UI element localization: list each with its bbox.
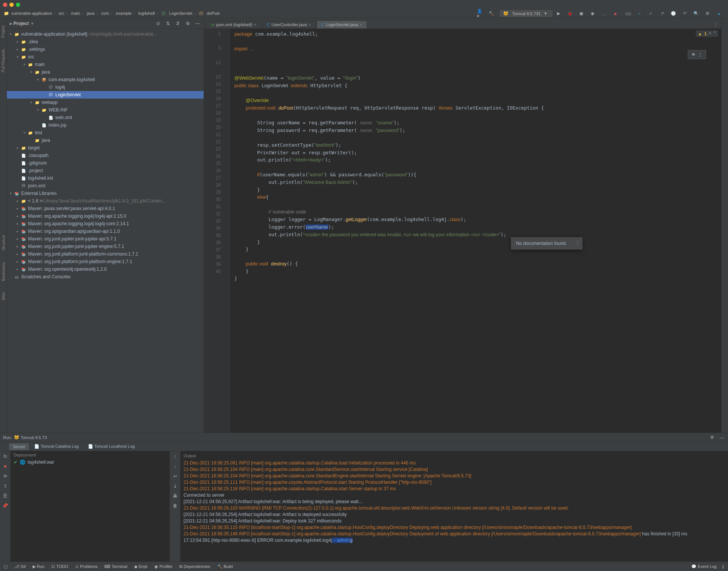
tree-node[interactable]: ▾📁webapp [7, 99, 204, 106]
web-tool-button[interactable]: Web [2, 292, 6, 300]
vcs-push-icon[interactable]: ↗ [659, 11, 665, 17]
tree-node[interactable]: 📄log4shell.iml [7, 174, 204, 182]
line-number-gutter[interactable]: 1311131415161718192021222324252627282930… [204, 29, 223, 433]
minimize-window-icon[interactable] [9, 3, 14, 7]
deployment-artifact[interactable]: ✔ 🌐 log4shell:war [11, 459, 169, 466]
tree-node[interactable]: 📄index.jsp [7, 121, 204, 129]
deploy-icon[interactable]: ⇪ [2, 483, 8, 489]
print-icon[interactable]: 🖶 [172, 493, 178, 499]
editor-tab[interactable]: CLoginServlet.java× [317, 20, 367, 28]
tree-node[interactable]: 📄.project [7, 167, 204, 174]
tree-node[interactable]: ▸📁target [7, 144, 204, 152]
coverage-icon[interactable]: ▣ [578, 11, 584, 17]
run-tool-button[interactable]: ▶ Run [33, 564, 44, 569]
tree-node[interactable]: ▸📚Maven: org.junit.platform:junit-platfo… [7, 258, 204, 265]
close-window-icon[interactable] [3, 3, 7, 7]
tree-node[interactable]: ▾📁src [7, 53, 204, 61]
bookmarks-tool-button[interactable]: Bookmarks [2, 262, 6, 281]
tree-node[interactable]: ▾📁WEB-INF [7, 106, 204, 114]
maximize-window-icon[interactable] [16, 3, 20, 7]
snyk-tool-button[interactable]: ◆ Snyk [134, 564, 148, 569]
chevron-down-icon[interactable]: ▾ [31, 21, 33, 26]
tree-node[interactable]: ▾📁vulnerable-application [log4shell] ~/s… [7, 30, 204, 38]
update-icon[interactable]: ⟳ [2, 473, 8, 479]
event-log-button[interactable]: 💬 Event Log [691, 564, 717, 569]
editor-tab[interactable]: mpom.xml (log4shell)× [206, 20, 261, 28]
attach-icon[interactable]: … [601, 11, 607, 17]
run-sub-tabs[interactable]: Server📄 Tomcat Catalina Log📄 Tomcat Loca… [0, 442, 728, 451]
build-icon[interactable]: 🔨 [488, 11, 494, 17]
tree-node[interactable]: ▸📁< 1.8 > /Library/Java/JavaVirtualMachi… [7, 197, 204, 205]
tab-list-icon[interactable]: ⋮ [711, 20, 721, 28]
editor-tabs[interactable]: mpom.xml (log4shell)×CUserController.jav… [204, 18, 721, 29]
down-icon[interactable]: ↓ [172, 463, 178, 469]
stop-icon[interactable]: ■ [2, 463, 8, 469]
tree-node[interactable]: 📄.classpath [7, 152, 204, 159]
settings-icon[interactable]: ⚙ [704, 11, 711, 17]
snyk-icon[interactable]: ● [716, 11, 722, 17]
tree-node[interactable]: ▾📁java [7, 68, 204, 76]
tree-node[interactable]: ▾📚External Libraries [7, 190, 204, 197]
run-sub-tab[interactable]: 📄 Tomcat Localhost Log [84, 443, 139, 450]
console-output[interactable]: Output 21-Dec-2021 16:56:25.081 INFO [ma… [180, 451, 728, 562]
tree-node[interactable]: ▸📚Maven: org.junit.platform:junit-platfo… [7, 250, 204, 258]
tree-node[interactable]: ▸📁.settings [7, 45, 204, 53]
tree-node[interactable]: 📄web.xml [7, 114, 204, 121]
hide-icon[interactable]: — [719, 435, 725, 441]
memory-indicator[interactable]: ▯ [722, 564, 724, 569]
popup-menu-icon[interactable]: ⋮ [575, 240, 580, 245]
stop-icon[interactable]: ■ [612, 11, 618, 17]
settings-icon[interactable]: ⚙ [709, 435, 715, 441]
icon-gutter[interactable] [223, 29, 231, 433]
pin-icon[interactable]: 📌 [2, 503, 8, 509]
breadcrumb[interactable]: vulnerable-application › src › main › ja… [11, 11, 220, 16]
expand-all-icon[interactable]: ⇅ [165, 20, 171, 27]
structure-tool-button[interactable]: Structure [2, 235, 6, 251]
tree-node[interactable]: ▸📚Maven: org.apiguardian:apiguardian-api… [7, 227, 204, 235]
rerun-icon[interactable]: ↻ [2, 453, 8, 460]
soft-wrap-icon[interactable]: ↩ [172, 473, 178, 479]
tree-node[interactable]: ▾📦com.example.log4shell [7, 76, 204, 83]
tree-node[interactable]: ⒸLoginServlet [7, 91, 204, 99]
vcs-history-icon[interactable]: 🕑 [670, 11, 676, 17]
debug-icon[interactable]: 🐞 [567, 11, 573, 17]
close-icon[interactable]: ⋮ [698, 52, 703, 57]
tree-node[interactable]: ▸📚Maven: org.apache.logging.log4j:log4j-… [7, 220, 204, 227]
terminal-tool-button[interactable]: ⌨ Terminal [104, 564, 127, 569]
vcs-update-icon[interactable]: ✓ [636, 11, 642, 17]
tree-node[interactable]: ⓜpom.xml [7, 182, 204, 190]
tree-node[interactable]: ▸📚Maven: org.opentest4j:opentest4j:1.2.0 [7, 265, 204, 273]
profiler-tool-button[interactable]: ◉ Profiler [154, 564, 173, 569]
tree-node[interactable]: ▸📚Maven: javax.servlet:javax.servlet-api… [7, 205, 204, 212]
code-editor[interactable]: package com.example.log4shell; import ..… [231, 29, 721, 433]
run-sub-tab[interactable]: 📄 Tomcat Catalina Log [30, 443, 82, 450]
editor-tab[interactable]: CUserController.java× [262, 20, 316, 28]
pull-requests-tool-button[interactable]: Pull Requests [1, 49, 5, 72]
run-sub-tab[interactable]: Server [9, 443, 29, 450]
tree-node[interactable]: 📄.gitignore [7, 159, 204, 167]
close-tab-icon[interactable]: × [308, 22, 311, 27]
up-icon[interactable]: ↑ [172, 453, 178, 460]
collapse-all-icon[interactable]: ⇵ [175, 20, 181, 27]
layout-icon[interactable]: ☰ [2, 493, 8, 499]
problems-tool-button[interactable]: ⚠ Problems [75, 564, 98, 569]
tree-node[interactable]: 🗂Scratches and Consoles [7, 273, 204, 281]
clear-icon[interactable]: 🗑 [172, 503, 178, 509]
tree-node[interactable]: ▸📁.idea [7, 38, 204, 45]
tree-node[interactable]: ▸📚Maven: org.junit.jupiter:junit-jupiter… [7, 243, 204, 250]
profiler-icon[interactable]: ◉ [590, 11, 596, 17]
window-controls[interactable] [3, 3, 20, 7]
hide-icon[interactable]: — [195, 20, 201, 27]
close-tab-icon[interactable]: × [254, 22, 256, 27]
run-icon[interactable]: ▶ [555, 11, 562, 17]
user-icon[interactable]: 👤▾ [477, 11, 483, 17]
tree-node[interactable]: ▸📚Maven: org.junit.jupiter:junit-jupiter… [7, 235, 204, 243]
settings-icon[interactable]: ⚙ [185, 20, 191, 27]
tree-node[interactable]: ▸📚Maven: org.apache.logging.log4j:log4j-… [7, 212, 204, 220]
run-configuration-select[interactable]: 🐱 Tomcat 8.5.731 ▾ [500, 10, 552, 17]
scroll-to-end-icon[interactable]: ⤓ [172, 483, 178, 489]
select-opened-file-icon[interactable]: ⊙ [155, 20, 161, 27]
build-tool-button[interactable]: 🔨 Build [217, 564, 233, 569]
tree-node[interactable]: ▾📁test [7, 129, 204, 136]
dependencies-tool-button[interactable]: ⧉ Dependencies [179, 564, 210, 569]
